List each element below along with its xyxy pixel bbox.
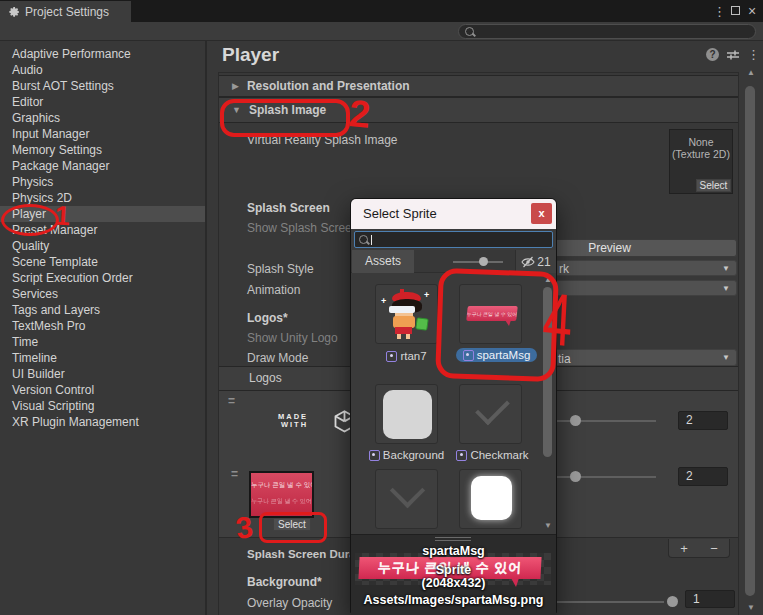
sprite-search-input[interactable] [354, 231, 553, 248]
window-title: Project Settings [25, 5, 109, 19]
select-sprite-popup: Select Sprite x Assets 21 + [350, 198, 557, 613]
main-scrollbar-thumb[interactable] [745, 86, 755, 596]
logo2-duration-value[interactable]: 2 [678, 467, 728, 486]
sidebar-item-visual-scripting[interactable]: Visual Scripting [0, 398, 205, 414]
chevron-right-icon: ▶ [232, 81, 239, 91]
logo1-duration-value[interactable]: 2 [678, 411, 728, 430]
popup-close-button[interactable]: x [531, 203, 552, 224]
project-settings-window: Project Settings ⋮ × Adaptive Performanc… [0, 0, 763, 615]
sidebar-item-memory-settings[interactable]: Memory Settings [0, 142, 205, 158]
preview-sprite-name: spartaMsg [351, 544, 556, 558]
sidebar-item-editor[interactable]: Editor [0, 94, 205, 110]
sprite-icon [456, 450, 467, 461]
vr-splash-select-button[interactable]: Select [696, 179, 731, 192]
section-resolution-presentation[interactable]: ▶ Resolution and Presentation [219, 75, 738, 97]
logo2-select-button[interactable]: Select [273, 518, 311, 531]
scroll-up-icon[interactable]: ▲ [544, 275, 552, 284]
resize-handle[interactable] [435, 537, 471, 538]
splash-style-label: Splash Style [247, 262, 314, 276]
sidebar-item-audio[interactable]: Audio [0, 62, 205, 78]
sidebar-item-timeline[interactable]: Timeline [0, 350, 205, 366]
sidebar-item-physics-2d[interactable]: Physics 2D [0, 190, 205, 206]
sidebar-item-physics[interactable]: Physics [0, 174, 205, 190]
sidebar-item-tags-and-layers[interactable]: Tags and Layers [0, 302, 205, 318]
animation-label: Animation [247, 283, 300, 297]
vr-splash-texture-field[interactable]: None (Texture 2D) Select [669, 129, 733, 194]
window-titlebar: Project Settings ⋮ × [0, 0, 763, 22]
add-logo-button[interactable]: + [680, 541, 688, 556]
presets-icon[interactable] [726, 49, 740, 61]
main-scrollbar[interactable]: ▲ ▼ [739, 60, 758, 615]
sidebar-item-package-manager[interactable]: Package Manager [0, 158, 205, 174]
sidebar-item-burst-aot-settings[interactable]: Burst AOT Settings [0, 78, 205, 94]
overlay-opacity-value[interactable]: 1 [685, 590, 735, 608]
sprite-label-spartamsg-selected[interactable]: spartaMsg [456, 348, 537, 362]
sidebar-item-time[interactable]: Time [0, 334, 205, 350]
sprite-grid: + + 누구나 큰일 낼 수 있어 rtan7 [351, 273, 556, 534]
settings-sidebar: Adaptive PerformanceAudioBurst AOT Setti… [0, 41, 205, 615]
search-icon [359, 235, 368, 244]
tab-assets[interactable]: Assets [352, 250, 414, 273]
preview-sprite-dimensions: (2048x432) [351, 576, 556, 590]
dropdown-arrow-icon: ▼ [722, 284, 730, 293]
overlay-opacity-label: Overlay Opacity [247, 596, 332, 610]
sidebar-item-quality[interactable]: Quality [0, 238, 205, 254]
dropdown-arrow-icon: ▼ [722, 353, 730, 362]
sidebar-item-services[interactable]: Services [0, 286, 205, 302]
scroll-up-icon[interactable]: ▲ [747, 68, 755, 77]
logo2-sprite-thumbnail[interactable]: 누구나 큰일 낼 수 있어 누구나 큰일 낼 수 있어 [249, 471, 314, 518]
sidebar-item-ui-builder[interactable]: UI Builder [0, 366, 205, 382]
sidebar-item-player[interactable]: Player [0, 206, 205, 222]
scroll-down-icon[interactable]: ▼ [544, 521, 552, 530]
popup-scrollbar-thumb[interactable] [543, 287, 552, 457]
overlay-opacity-slider-handle[interactable] [667, 596, 678, 607]
drag-handle-icon[interactable]: = [231, 467, 238, 481]
sprite-label-rtan7[interactable]: rtan7 [375, 349, 438, 363]
window-menu-button[interactable]: ⋮ [713, 0, 726, 22]
hidden-count-box[interactable]: 21 [515, 250, 556, 273]
sprite-tile-white-square[interactable] [459, 469, 522, 529]
sprite-tile-rtan7[interactable]: + + [375, 284, 438, 344]
logo2-duration-slider-handle[interactable] [570, 471, 581, 482]
sidebar-item-script-execution-order[interactable]: Script Execution Order [0, 270, 205, 286]
sprite-label-checkmark[interactable]: Checkmark [455, 448, 530, 462]
background-label: Background* [247, 575, 322, 589]
sprite-tile-background[interactable] [375, 384, 438, 444]
sidebar-item-scene-template[interactable]: Scene Template [0, 254, 205, 270]
sprite-tile-chevron[interactable] [375, 469, 438, 529]
sidebar-item-xr-plugin-management[interactable]: XR Plugin Management [0, 414, 205, 430]
maximize-icon[interactable] [731, 6, 740, 15]
sidebar-item-textmesh-pro[interactable]: TextMesh Pro [0, 318, 205, 334]
remove-logo-button[interactable]: − [710, 541, 718, 556]
sprite-label-background[interactable]: Background [369, 448, 444, 462]
popup-filter-row: Assets 21 [351, 250, 556, 273]
sprite-tile-checkmark[interactable] [459, 384, 522, 444]
sidebar-item-graphics[interactable]: Graphics [0, 110, 205, 126]
settings-search-input[interactable] [458, 24, 756, 39]
thumbnail-size-slider-handle[interactable] [479, 257, 488, 266]
popup-titlebar[interactable]: Select Sprite [351, 199, 556, 229]
close-window-button[interactable]: × [748, 0, 756, 22]
sprite-icon [386, 351, 397, 362]
draw-mode-label: Draw Mode [247, 351, 308, 365]
drag-handle-icon[interactable]: = [228, 394, 235, 408]
sidebar-item-version-control[interactable]: Version Control [0, 382, 205, 398]
logos-list-footer: + − [668, 539, 730, 558]
page-title: Player [222, 44, 279, 66]
dropdown-arrow-icon: ▼ [722, 264, 730, 273]
sprite-icon [463, 350, 474, 361]
sidebar-item-preset-manager[interactable]: Preset Manager [0, 222, 205, 238]
scroll-down-icon[interactable]: ▼ [747, 603, 755, 612]
text-caret [371, 235, 372, 245]
sprite-preview-panel: 누구나 큰일 낼 수 있어 spartaMsg Sprite (2048x432… [351, 534, 556, 615]
thumbnail-size-slider[interactable] [453, 261, 503, 263]
sidebar-item-input-manager[interactable]: Input Manager [0, 126, 205, 142]
sidebar-item-adaptive-performance[interactable]: Adaptive Performance [0, 46, 205, 62]
vr-splash-image-label: Virtual Reality Splash Image [247, 133, 398, 147]
project-settings-tab[interactable]: Project Settings [0, 1, 131, 22]
sidebar-list: Adaptive PerformanceAudioBurst AOT Setti… [0, 41, 205, 430]
sprite-tile-spartamsg[interactable]: 누구나 큰일 낼 수 있어 [459, 284, 522, 344]
help-icon[interactable]: ? [706, 48, 719, 61]
logo1-duration-slider-handle[interactable] [570, 415, 581, 426]
section-splash-image[interactable]: ▼ Splash Image [219, 97, 738, 123]
